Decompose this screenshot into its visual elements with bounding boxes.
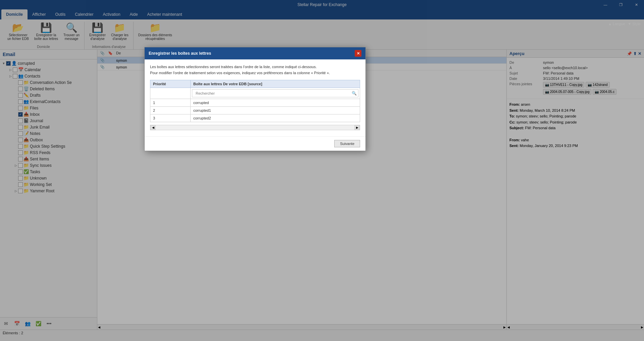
modal-horizontal-scrollbar[interactable]: ◀ ▶ [150, 125, 360, 130]
search-priority-cell [150, 88, 191, 99]
next-button[interactable]: Suivante [334, 140, 360, 147]
scroll-right-arrow[interactable]: ▶ [354, 125, 360, 130]
modal-footer: Suivante [145, 136, 365, 151]
modal-overlay: Enregistrer les boîtes aux lettres ✕ Les… [0, 0, 644, 341]
mailbox-cell-3: corrupted2 [191, 114, 360, 122]
scroll-left-arrow[interactable]: ◀ [150, 125, 156, 130]
modal-table: Priorité Boîte aux lettres De votre EDB … [150, 80, 360, 122]
priority-cell-2: 2 [150, 107, 191, 114]
modal-table-row[interactable]: 2 corrupted1 [150, 107, 360, 114]
scroll-track[interactable] [156, 125, 354, 130]
modal-title-bar: Enregistrer les boîtes aux lettres ✕ [145, 47, 365, 59]
modal-body: Les boîtes aux lettres sélectionnées ser… [145, 59, 365, 136]
modal-description: Les boîtes aux lettres sélectionnées ser… [150, 64, 360, 76]
priority-cell-1: 1 [150, 99, 191, 107]
mailbox-cell-2: corrupted1 [191, 107, 360, 114]
modal-desc-line1: Les boîtes aux lettres sélectionnées ser… [150, 65, 317, 69]
modal-title: Enregistrer les boîtes aux lettres [149, 51, 211, 56]
modal-dialog: Enregistrer les boîtes aux lettres ✕ Les… [144, 47, 366, 151]
modal-desc-line2: Pour modifier l'ordre de traitement selo… [150, 71, 330, 75]
search-row: 🔍 [150, 88, 360, 99]
search-input[interactable] [194, 90, 352, 96]
search-cell: 🔍 [191, 88, 360, 99]
priority-cell-3: 3 [150, 114, 191, 122]
col-priority-header: Priorité [150, 80, 191, 88]
mailbox-cell-1: corrupted [191, 99, 360, 107]
col-mailbox-header: Boîte aux lettres De votre EDB [source] [191, 80, 360, 88]
modal-table-row[interactable]: 1 corrupted [150, 99, 360, 107]
modal-table-row[interactable]: 3 corrupted2 [150, 114, 360, 122]
search-magnifier-icon[interactable]: 🔍 [352, 91, 357, 96]
modal-close-button[interactable]: ✕ [355, 50, 361, 57]
